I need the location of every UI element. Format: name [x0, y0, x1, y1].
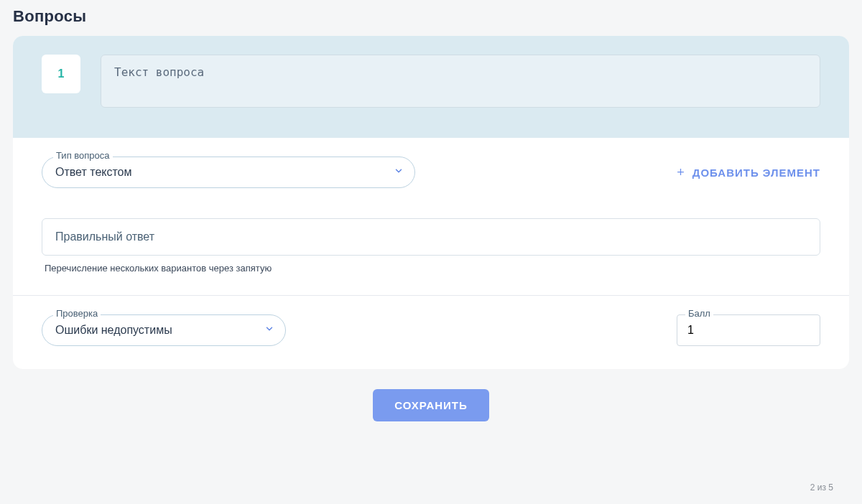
question-type-select-wrap: Тип вопроса Ответ текстом [42, 157, 415, 188]
check-select[interactable]: Ошибки недопустимы [42, 314, 286, 346]
score-label: Балл [685, 308, 713, 319]
check-label: Проверка [53, 308, 101, 319]
plus-icon: + [677, 165, 685, 180]
add-element-button[interactable]: + ДОБАВИТЬ ЭЛЕМЕНТ [677, 165, 820, 180]
question-type-select[interactable]: Ответ текстом [42, 157, 415, 188]
correct-answer-input[interactable] [42, 218, 820, 256]
question-text-input[interactable] [101, 55, 820, 108]
question-number-badge: 1 [42, 55, 80, 93]
add-element-label: ДОБАВИТЬ ЭЛЕМЕНТ [692, 167, 820, 179]
question-type-value: Ответ текстом [55, 166, 132, 179]
question-type-label: Тип вопроса [53, 150, 113, 161]
check-value: Ошибки недопустимы [55, 324, 172, 337]
save-row: СОХРАНИТЬ [13, 369, 849, 430]
question-header: 1 [13, 36, 849, 138]
save-button[interactable]: СОХРАНИТЬ [373, 389, 489, 421]
check-select-wrap: Проверка Ошибки недопустимы [42, 314, 286, 346]
type-and-add-row: Тип вопроса Ответ текстом + ДОБАВИТЬ ЭЛЕ… [42, 157, 820, 188]
question-footer: Проверка Ошибки недопустимы Балл [13, 296, 849, 369]
page-title: Вопросы [13, 7, 849, 26]
pager-text: 2 из 5 [810, 482, 833, 493]
question-card: 1 Тип вопроса Ответ текстом + ДОБАВИТЬ Э… [13, 36, 849, 369]
score-input[interactable] [677, 314, 820, 346]
answer-helper-text: Перечисление нескольких вариантов через … [42, 263, 820, 274]
question-body: Тип вопроса Ответ текстом + ДОБАВИТЬ ЭЛЕ… [13, 138, 849, 296]
score-field-wrap: Балл [677, 314, 820, 346]
